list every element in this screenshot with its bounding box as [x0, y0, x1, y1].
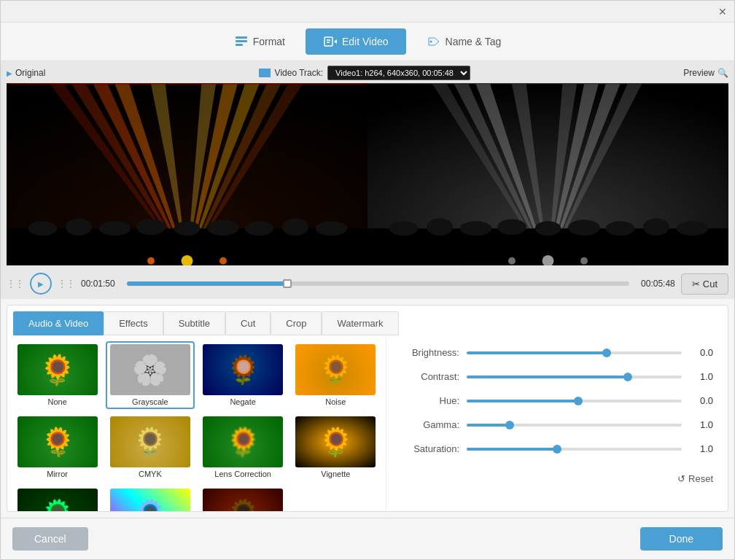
- gamma-fill: [467, 424, 510, 427]
- reset-icon: ↺: [677, 473, 685, 484]
- svg-point-52: [508, 257, 516, 265]
- hue-value: 0.0: [688, 395, 713, 406]
- svg-point-45: [497, 219, 526, 235]
- contrast-handle[interactable]: [623, 373, 632, 381]
- video-frame-original: [7, 83, 368, 265]
- effect-grayscale[interactable]: 🌸 Grayscale: [106, 341, 194, 409]
- svg-point-46: [535, 221, 561, 236]
- bottom-bar: Cancel Done: [1, 518, 734, 559]
- original-label: ▶ Original: [7, 68, 45, 78]
- effect-thumb-cmyk: 🌻: [110, 416, 190, 467]
- time-end: 00:05:48: [635, 279, 675, 289]
- format-icon: [234, 34, 249, 49]
- gamma-handle[interactable]: [505, 421, 514, 429]
- gamma-row: Gamma: 1.0: [401, 419, 713, 430]
- track-dropdown[interactable]: Video1: h264, 640x360, 00:05:48: [327, 66, 470, 80]
- effect-none[interactable]: None: [13, 341, 101, 409]
- progress-fill: [127, 281, 287, 286]
- tab-edit-video[interactable]: Edit Video: [306, 28, 406, 55]
- effect-vignette[interactable]: 🌻 Vignette: [292, 413, 380, 481]
- effect-lens-correction[interactable]: 🌻 Lens Correction: [199, 413, 287, 481]
- close-button[interactable]: ✕: [717, 6, 728, 18]
- brightness-slider[interactable]: [467, 351, 682, 354]
- cut-button[interactable]: ✂ Cut: [681, 273, 728, 295]
- svg-rect-3: [324, 37, 332, 46]
- effect-negate[interactable]: 🌻 Negate: [199, 341, 287, 409]
- tab-edit-video-label: Edit Video: [342, 36, 389, 47]
- effect-thumb-row3-2: 🌻: [110, 489, 190, 511]
- tab-name-tag[interactable]: Name & Tag: [409, 28, 519, 55]
- effect-thumb-none: [18, 344, 98, 395]
- svg-point-30: [147, 257, 155, 265]
- effect-thumb-negate: 🌻: [203, 344, 283, 395]
- effect-cmyk[interactable]: 🌻 CMYK: [106, 413, 194, 481]
- sub-tab-effects[interactable]: Effects: [104, 311, 163, 335]
- main-window: ✕ Format Edit Video: [0, 0, 735, 560]
- hue-fill: [467, 400, 578, 402]
- sub-tab-crop[interactable]: Crop: [271, 311, 322, 335]
- hue-row: Hue: 0.0: [401, 395, 713, 406]
- svg-point-44: [460, 221, 492, 236]
- svg-point-50: [677, 221, 709, 236]
- adjustments-panel: Brightness: 0.0 Contrast: 1.0: [386, 335, 728, 511]
- saturation-slider[interactable]: [467, 448, 682, 451]
- scissors-icon: ✂: [692, 279, 700, 289]
- svg-rect-1: [236, 40, 247, 42]
- contrast-slider[interactable]: [467, 376, 682, 378]
- play-triangle-icon: ▶: [7, 69, 12, 77]
- svg-point-42: [389, 221, 419, 236]
- sub-tab-audio-video[interactable]: Audio & Video: [13, 311, 104, 335]
- svg-point-43: [427, 218, 453, 236]
- svg-rect-2: [236, 44, 243, 46]
- sub-tab-watermark[interactable]: Watermark: [322, 311, 398, 335]
- effects-grid-container: None 🌸 Grayscale 🌻 Negate: [7, 335, 386, 511]
- sub-tabs: Audio & Video Effects Subtitle Cut Crop …: [7, 306, 728, 335]
- effect-row3-3[interactable]: 🌻: [199, 486, 287, 511]
- progress-handle[interactable]: [283, 279, 292, 288]
- sub-tab-subtitle[interactable]: Subtitle: [163, 311, 225, 335]
- effect-label-grayscale: Grayscale: [132, 397, 168, 406]
- effect-label-mirror: Mirror: [47, 470, 68, 478]
- effect-noise[interactable]: 🌻 Noise: [292, 341, 380, 409]
- brightness-handle[interactable]: [602, 349, 611, 357]
- hue-handle[interactable]: [574, 397, 583, 405]
- video-controls-top: ▶ Original Video Track: Video1: h264, 64…: [7, 66, 728, 80]
- hue-label: Hue:: [401, 395, 459, 406]
- title-bar: ✕: [1, 1, 734, 23]
- video-frames: [7, 83, 728, 265]
- sub-tab-cut[interactable]: Cut: [225, 311, 271, 335]
- playback-section: ⋮⋮ ▶ ⋮⋮ 00:01:50 00:05:48 ✂ Cut: [1, 268, 734, 299]
- effect-mirror[interactable]: 🌻 Mirror: [13, 413, 101, 481]
- svg-marker-4: [334, 39, 337, 44]
- tab-bar: Format Edit Video Name & Tag: [1, 23, 734, 61]
- done-button[interactable]: Done: [640, 527, 723, 551]
- gamma-slider[interactable]: [467, 424, 682, 427]
- effects-content: None 🌸 Grayscale 🌻 Negate: [7, 335, 728, 511]
- hue-slider[interactable]: [467, 400, 682, 402]
- contrast-row: Contrast: 1.0: [401, 371, 713, 382]
- effect-thumb-row3-3: 🌻: [203, 489, 283, 511]
- effect-row3-2[interactable]: 🌻: [106, 486, 194, 511]
- tab-format-label: Format: [253, 36, 285, 47]
- brightness-value: 0.0: [688, 347, 713, 358]
- drag-handle-left: ⋮⋮: [7, 279, 24, 289]
- svg-point-31: [219, 257, 227, 265]
- saturation-label: Saturation:: [401, 443, 459, 454]
- effects-grid: None 🌸 Grayscale 🌻 Negate: [13, 341, 380, 511]
- play-button[interactable]: ▶: [30, 273, 52, 295]
- saturation-handle[interactable]: [553, 445, 561, 454]
- effect-row3-1[interactable]: 🌻: [13, 486, 101, 511]
- reset-button[interactable]: ↺ Reset: [677, 473, 713, 484]
- gamma-label: Gamma:: [401, 419, 459, 430]
- effect-label-none: None: [47, 397, 66, 406]
- tab-format[interactable]: Format: [217, 28, 303, 55]
- saturation-fill: [467, 448, 557, 451]
- edit-video-icon: [323, 34, 338, 49]
- drag-handle-right: ⋮⋮: [58, 279, 75, 289]
- effect-thumb-lens-correction: 🌻: [203, 416, 283, 467]
- effect-thumb-noise: 🌻: [295, 344, 376, 395]
- cancel-button[interactable]: Cancel: [12, 527, 88, 551]
- effect-label-negate: Negate: [230, 397, 255, 406]
- svg-point-24: [174, 221, 201, 236]
- progress-bar[interactable]: [127, 281, 629, 286]
